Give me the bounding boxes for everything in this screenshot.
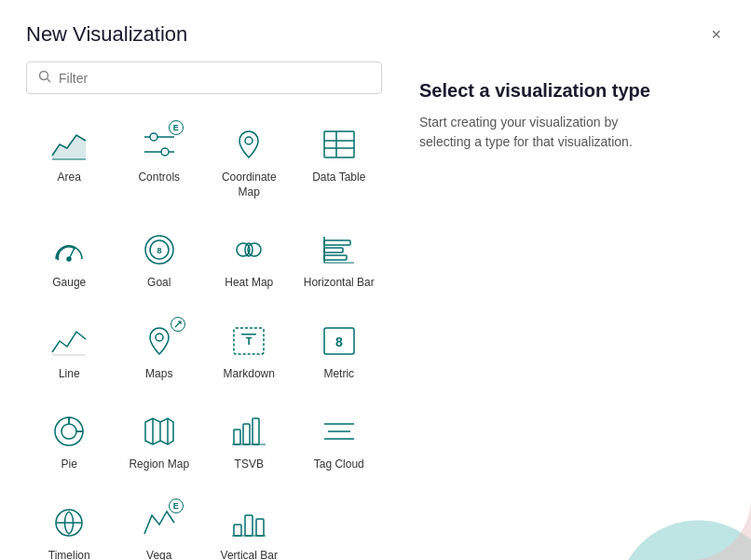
viz-item-goal[interactable]: 8 Goal xyxy=(116,218,203,302)
viz-label-horizontal-bar: Horizontal Bar xyxy=(304,276,375,291)
viz-icon-coordinate-map xyxy=(228,124,269,165)
viz-label-goal: Goal xyxy=(147,276,171,291)
viz-icon-line xyxy=(48,321,89,362)
new-visualization-dialog: New Visualization × xyxy=(0,0,751,560)
viz-icon-tag-cloud xyxy=(319,411,360,452)
viz-label-vega: Vega xyxy=(146,549,171,560)
viz-item-timelion[interactable]: Timelion xyxy=(26,491,113,560)
viz-icon-goal: 8 xyxy=(139,229,180,270)
viz-item-gauge[interactable]: Gauge xyxy=(26,218,113,302)
svg-line-1 xyxy=(48,79,51,83)
svg-point-5 xyxy=(150,133,157,141)
svg-text:8: 8 xyxy=(335,335,343,349)
viz-item-line[interactable]: Line xyxy=(26,309,113,393)
viz-label-heat-map: Heat Map xyxy=(225,276,273,291)
viz-label-line: Line xyxy=(59,367,80,382)
svg-text:T: T xyxy=(246,335,253,347)
viz-label-gauge: Gauge xyxy=(52,276,86,291)
right-panel: Select a visualization type Start creati… xyxy=(401,61,751,560)
svg-rect-9 xyxy=(324,131,354,157)
badge-experimental-controls: E xyxy=(169,120,184,135)
svg-text:8: 8 xyxy=(157,246,161,255)
viz-item-data-table[interactable]: Data Table xyxy=(296,113,383,211)
viz-label-pie: Pie xyxy=(61,458,77,472)
viz-item-horizontal-bar[interactable]: Horizontal Bar xyxy=(296,218,383,302)
viz-icon-vega: E xyxy=(139,502,180,543)
left-panel: Area E Controls xyxy=(0,61,401,560)
svg-rect-48 xyxy=(256,519,264,536)
viz-label-tsvb: TSVB xyxy=(235,458,264,472)
viz-grid: Area E Controls xyxy=(26,113,382,560)
dialog-title: New Visualization xyxy=(26,22,187,47)
viz-label-metric: Metric xyxy=(323,367,354,382)
right-panel-description: Start creating your visualization by sel… xyxy=(419,113,662,152)
viz-icon-data-table xyxy=(319,124,360,165)
viz-icon-vertical-bar xyxy=(228,502,269,543)
close-button[interactable]: × xyxy=(707,22,725,47)
search-input[interactable] xyxy=(59,71,370,86)
svg-rect-47 xyxy=(245,515,253,536)
viz-label-vertical-bar: Vertical Bar xyxy=(221,549,278,560)
viz-label-maps: Maps xyxy=(145,367,172,382)
search-bar xyxy=(26,61,382,94)
viz-icon-gauge xyxy=(48,229,89,270)
viz-icon-timelion xyxy=(48,502,89,543)
viz-label-region-map: Region Map xyxy=(129,458,189,472)
viz-item-metric[interactable]: 8 Metric xyxy=(296,309,383,393)
right-panel-title: Select a visualization type xyxy=(419,80,725,102)
viz-label-tag-cloud: Tag Cloud xyxy=(314,458,364,472)
svg-point-27 xyxy=(156,334,163,341)
viz-label-markdown: Markdown xyxy=(224,367,275,382)
badge-ext-maps xyxy=(171,317,185,332)
viz-icon-area xyxy=(48,124,89,165)
viz-item-heat-map[interactable]: Heat Map xyxy=(206,218,293,302)
viz-item-region-map[interactable]: Region Map xyxy=(116,400,203,484)
viz-icon-region-map xyxy=(139,411,180,452)
viz-item-pie[interactable]: Pie xyxy=(26,400,113,484)
viz-item-area[interactable]: Area xyxy=(26,113,113,211)
badge-experimental-vega: E xyxy=(169,499,184,513)
viz-icon-pie xyxy=(48,411,89,452)
svg-point-0 xyxy=(40,72,48,80)
viz-icon-markdown: T xyxy=(228,321,269,362)
svg-rect-23 xyxy=(324,248,343,253)
svg-rect-22 xyxy=(324,240,350,245)
viz-icon-controls: E xyxy=(139,124,180,165)
viz-label-controls: Controls xyxy=(138,171,180,185)
viz-icon-metric: 8 xyxy=(319,321,360,362)
svg-rect-30 xyxy=(241,334,256,335)
viz-label-data-table: Data Table xyxy=(312,171,365,185)
viz-icon-horizontal-bar xyxy=(319,229,360,270)
viz-item-coordinate-map[interactable]: Coordinate Map xyxy=(206,113,293,211)
viz-item-maps[interactable]: Maps xyxy=(116,309,203,393)
dialog-header: New Visualization × xyxy=(0,0,751,61)
viz-item-controls[interactable]: E Controls xyxy=(116,113,203,211)
decorative-shapes xyxy=(546,355,751,560)
svg-rect-24 xyxy=(324,255,347,260)
svg-rect-46 xyxy=(234,525,241,536)
search-icon xyxy=(38,70,51,86)
viz-label-coordinate-map: Coordinate Map xyxy=(213,171,285,199)
viz-item-tsvb[interactable]: TSVB xyxy=(206,400,293,484)
svg-rect-38 xyxy=(243,424,250,444)
viz-label-timelion: Timelion xyxy=(48,549,90,560)
viz-item-tag-cloud[interactable]: Tag Cloud xyxy=(296,400,383,484)
dialog-body: Area E Controls xyxy=(0,61,751,560)
svg-point-8 xyxy=(245,137,253,144)
viz-icon-maps xyxy=(139,321,180,362)
viz-label-area: Area xyxy=(58,171,81,185)
svg-rect-37 xyxy=(234,430,240,444)
viz-icon-tsvb xyxy=(228,411,269,452)
viz-icon-heat-map xyxy=(228,229,269,270)
svg-point-33 xyxy=(61,424,76,439)
svg-rect-39 xyxy=(253,418,259,444)
viz-item-vega[interactable]: E Vega xyxy=(116,491,203,560)
viz-item-vertical-bar[interactable]: Vertical Bar xyxy=(206,491,293,560)
svg-point-7 xyxy=(161,148,169,156)
svg-point-14 xyxy=(67,257,71,261)
viz-item-markdown[interactable]: T Markdown xyxy=(206,309,293,393)
